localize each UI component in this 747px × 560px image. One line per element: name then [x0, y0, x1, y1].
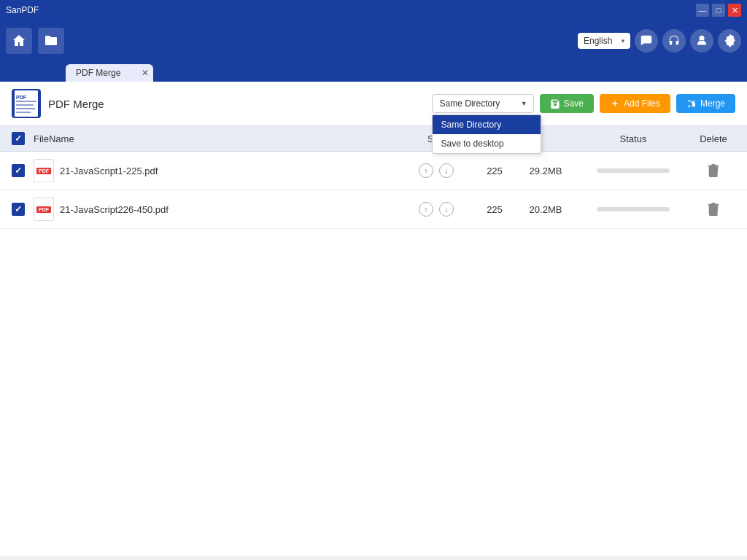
delete-button-2[interactable]: [692, 203, 735, 216]
pages-cell-1: 225: [473, 166, 516, 176]
tab-pdf-merge[interactable]: PDF Merge ✕: [66, 64, 153, 82]
tab-bar: PDF Merge ✕: [0, 61, 747, 82]
home-button[interactable]: [6, 28, 32, 54]
table-body: PDF 21-JavaScript1-225.pdf ↑ ↓ 225 29.2M…: [0, 152, 747, 229]
tab-close-button[interactable]: ✕: [142, 68, 149, 78]
language-selector-wrapper: English 中文 日本語: [578, 33, 630, 49]
delete-button-1[interactable]: [692, 164, 735, 177]
page-title: PDF Merge: [48, 98, 104, 110]
size-cell-1: 29.2MB: [516, 166, 575, 176]
select-all-checkbox[interactable]: [12, 132, 25, 145]
window-controls: — □ ✕: [696, 4, 741, 17]
add-files-label: Add Files: [624, 98, 660, 109]
message-button[interactable]: [635, 29, 658, 52]
title-bar: SanPDF — □ ✕: [0, 0, 747, 20]
headset-button[interactable]: [662, 29, 686, 52]
directory-dropdown-button[interactable]: Same Directory: [432, 94, 534, 113]
header-status: Status: [575, 133, 692, 144]
pdf-merge-icon: PDF: [12, 89, 41, 118]
status-cell-2: [575, 207, 692, 211]
row-check: [12, 164, 34, 177]
filename-2: 21-JavaScript226-450.pdf: [60, 204, 169, 215]
save-button[interactable]: Save: [540, 94, 594, 113]
directory-dropdown-wrapper: Same Directory Same Directory Save to de…: [432, 94, 534, 113]
row-checkbox-1[interactable]: [12, 164, 25, 177]
directory-option-desktop[interactable]: Save to desktop: [433, 134, 541, 153]
account-button[interactable]: [690, 29, 713, 52]
folder-button[interactable]: [38, 28, 64, 54]
svg-rect-0: [14, 90, 39, 117]
row-checkbox-2[interactable]: [12, 203, 25, 216]
sort-down-button-2[interactable]: ↓: [439, 202, 454, 217]
toolbar: English 中文 日本語: [0, 20, 747, 61]
app-title: SanPDF: [6, 5, 39, 15]
settings-button[interactable]: [718, 29, 741, 52]
right-toolbar: English 中文 日本語: [578, 29, 741, 52]
maximize-button[interactable]: □: [712, 4, 725, 17]
pdf-file-icon-2: PDF: [34, 198, 54, 221]
content-area: PDF PDF Merge Same Directory Same Direct…: [0, 82, 747, 556]
add-files-button[interactable]: Add Files: [600, 94, 670, 113]
pdf-file-icon-1: PDF: [34, 159, 54, 182]
sort-up-button-1[interactable]: ↑: [419, 163, 433, 178]
directory-dropdown-menu: Same Directory Save to desktop: [432, 114, 541, 154]
status-cell-1: [575, 168, 692, 173]
merge-button[interactable]: Merge: [676, 94, 735, 113]
sort-cell-2: ↑ ↓: [400, 202, 473, 217]
file-name-cell: PDF 21-JavaScript226-450.pdf: [34, 198, 400, 221]
filename-1: 21-JavaScript1-225.pdf: [60, 166, 158, 176]
delete-cell-2: [692, 203, 735, 216]
svg-text:PDF: PDF: [16, 95, 27, 100]
sort-up-button-2[interactable]: ↑: [419, 202, 433, 217]
table-header: FileName Sort Status Delete: [0, 126, 747, 152]
minimize-button[interactable]: —: [696, 4, 709, 17]
header-check: [12, 132, 34, 145]
pages-cell-2: 225: [473, 204, 516, 215]
delete-cell-1: [692, 164, 735, 177]
header-filename: FileName: [34, 133, 400, 144]
file-name-cell: PDF 21-JavaScript1-225.pdf: [34, 159, 400, 182]
close-button[interactable]: ✕: [728, 4, 741, 17]
save-label: Save: [564, 98, 584, 109]
merge-label: Merge: [700, 98, 725, 109]
page-header: PDF PDF Merge Same Directory Same Direct…: [0, 82, 747, 126]
row-check: [12, 203, 34, 216]
language-select[interactable]: English 中文 日本語: [578, 33, 630, 49]
header: English 中文 日本語: [0, 20, 747, 82]
directory-option-same[interactable]: Same Directory: [433, 115, 541, 134]
page-actions: Same Directory Same Directory Save to de…: [432, 94, 735, 113]
sort-down-button-1[interactable]: ↓: [439, 163, 454, 178]
table-row: PDF 21-JavaScript226-450.pdf ↑ ↓ 225 20.…: [0, 190, 747, 229]
table-row: PDF 21-JavaScript1-225.pdf ↑ ↓ 225 29.2M…: [0, 152, 747, 190]
tab-label: PDF Merge: [76, 68, 120, 78]
sort-cell-1: ↑ ↓: [400, 163, 473, 178]
size-cell-2: 20.2MB: [516, 204, 575, 215]
header-delete: Delete: [692, 133, 735, 144]
